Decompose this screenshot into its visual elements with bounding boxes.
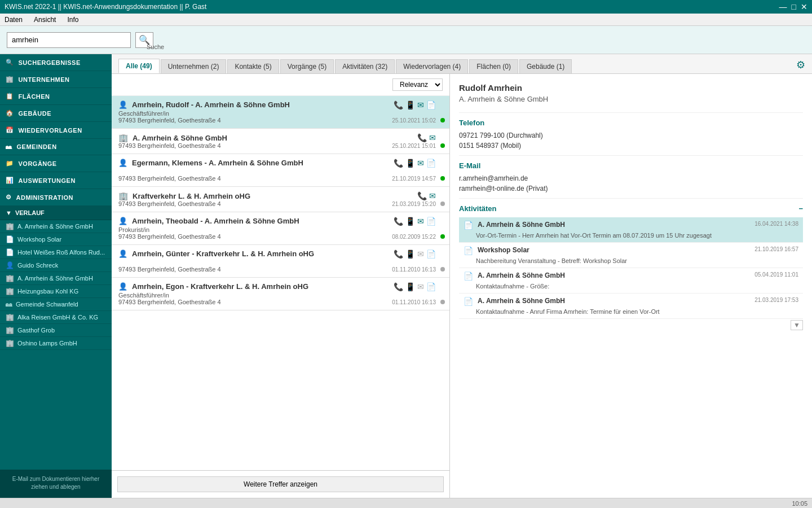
doc-icon-5[interactable]: 📄 bbox=[426, 217, 436, 226]
sidebar-item-gebaeude[interactable]: 🏠 GEBÄUDE bbox=[0, 105, 112, 122]
sidebar-item-auswertungen[interactable]: 📊 AUSWERTUNGEN bbox=[0, 172, 112, 189]
tab-wiedervorlagen[interactable]: Wiedervorlagen (4) bbox=[396, 59, 468, 73]
aktiv-item-4[interactable]: 📄 A. Amrhein & Söhne GmbH 21.03.2019 17:… bbox=[459, 294, 803, 319]
verlauf-item-1[interactable]: 📄 Workshop Solar bbox=[0, 233, 112, 246]
verlauf-item-9[interactable]: 🏢 Oshino Lamps GmbH bbox=[0, 337, 112, 350]
sidebar-label-gemeinden: GEMEINDEN bbox=[17, 143, 57, 150]
aktiv-scroll-down-icon[interactable]: ▼ bbox=[791, 320, 803, 330]
verlauf-item-7[interactable]: 🏢 Alka Reisen GmbH & Co. KG bbox=[0, 311, 112, 324]
status-time: 10:05 bbox=[792, 500, 807, 507]
verlauf-item-6[interactable]: 🏘 Gemeinde Schwanfeld bbox=[0, 298, 112, 311]
email-icon-5[interactable]: ✉ bbox=[417, 217, 424, 226]
email-icon-6[interactable]: ✉ bbox=[417, 249, 424, 259]
aktivitaeten-collapse-icon[interactable]: − bbox=[798, 204, 803, 213]
aktiv-company-4: A. Amrhein & Söhne GmbH bbox=[478, 297, 750, 305]
minimize-button[interactable]: — bbox=[779, 2, 787, 11]
verlauf-item-label-9: Oshino Lamps GmbH bbox=[17, 340, 77, 347]
result-item-1[interactable]: 👤 Amrhein, Rudolf - A. Amrhein & Söhne G… bbox=[112, 96, 449, 129]
email-icon-2[interactable]: ✉ bbox=[429, 133, 436, 142]
phone-icon-1[interactable]: 📞 bbox=[394, 100, 403, 110]
sidebar-item-wiedervorlagen[interactable]: 📅 WIEDERVORLAGEN bbox=[0, 122, 112, 139]
sidebar-label-auswertungen: AUSWERTUNGEN bbox=[19, 177, 76, 184]
result-name-2: A. Amrhein & Söhne GmbH bbox=[133, 134, 227, 142]
tab-all[interactable]: Alle (49) bbox=[118, 59, 160, 73]
sidebar-item-unternehmen[interactable]: 🏢 UNTERNEHMEN bbox=[0, 71, 112, 88]
verlauf-item-2[interactable]: 📄 Hotel Weißes Roß Alfons Rud... bbox=[0, 246, 112, 259]
search-label: Suche bbox=[147, 43, 164, 50]
tab-gebaeude[interactable]: Gebäude (1) bbox=[519, 59, 572, 73]
sort-select[interactable]: Relevanz bbox=[392, 78, 443, 91]
result-name-5: Amrhein, Theobald - A. Amrhein & Söhne G… bbox=[132, 217, 299, 225]
sidebar-item-flaechen[interactable]: 📋 FLÄCHEN bbox=[0, 88, 112, 105]
phone-icon-5[interactable]: 📞 bbox=[394, 217, 403, 226]
result-type-icon-7: 👤 bbox=[118, 282, 127, 291]
result-item-5[interactable]: 👤 Amrhein, Theobald - A. Amrhein & Söhne… bbox=[112, 212, 449, 245]
aktiv-item-1[interactable]: 📄 A. Amrhein & Söhne GmbH 16.04.2021 14:… bbox=[459, 217, 803, 243]
mobile-icon-5[interactable]: 📱 bbox=[405, 217, 415, 226]
result-name-6: Amrhein, Günter - Kraftverkehr L. & H. A… bbox=[132, 249, 314, 258]
settings-icon[interactable]: ⚙ bbox=[796, 59, 805, 71]
verlauf-header[interactable]: ▼ VERLAUF bbox=[0, 206, 112, 220]
result-item-2[interactable]: 🏢 A. Amrhein & Söhne GmbH 97493 Bergrhei… bbox=[112, 129, 449, 154]
result-item-4[interactable]: 🏢 Kraftverkehr L. & H. Amrhein oHG 97493… bbox=[112, 187, 449, 212]
phone-icon-6[interactable]: 📞 bbox=[394, 249, 403, 259]
doc-icon-1[interactable]: 📄 bbox=[426, 100, 436, 110]
result-item-6[interactable]: 👤 Amrhein, Günter - Kraftverkehr L. & H.… bbox=[112, 245, 449, 278]
detail-pane: Rudolf Amrhein A. Amrhein & Söhne GmbH T… bbox=[450, 74, 812, 498]
email-icon-7[interactable]: ✉ bbox=[417, 282, 424, 291]
tab-vorgaenge[interactable]: Vorgänge (5) bbox=[280, 59, 334, 73]
doc-icon-6[interactable]: 📄 bbox=[426, 249, 436, 259]
aktiv-item-3[interactable]: 📄 A. Amrhein & Söhne GmbH 05.04.2019 11:… bbox=[459, 268, 803, 294]
sidebar-item-administration[interactable]: ⚙ ADMINISTRATION bbox=[0, 189, 112, 206]
more-results-button[interactable]: Weitere Treffer anzeigen bbox=[117, 476, 444, 492]
maximize-button[interactable]: □ bbox=[792, 2, 796, 11]
sidebar-label-administration: ADMINISTRATION bbox=[16, 194, 74, 201]
tab-unternehmen[interactable]: Unternehmen (2) bbox=[161, 59, 227, 73]
email-icon-4[interactable]: ✉ bbox=[429, 191, 436, 200]
menu-info[interactable]: Info bbox=[65, 15, 81, 25]
result-date-7: 01.11.2010 16:13 bbox=[392, 299, 436, 305]
result-item-3[interactable]: 👤 Egermann, Klemens - A. Amrhein & Söhne… bbox=[112, 154, 449, 187]
tab-kontakte[interactable]: Kontakte (5) bbox=[227, 59, 279, 73]
close-button[interactable]: ✕ bbox=[801, 2, 807, 11]
window-controls: — □ ✕ bbox=[779, 2, 807, 11]
mobile-icon-3[interactable]: 📱 bbox=[405, 159, 415, 168]
tabs-bar: Alle (49) Unternehmen (2) Kontakte (5) V… bbox=[112, 54, 812, 74]
sidebar-item-gemeinden[interactable]: 🏘 GEMEINDEN bbox=[0, 139, 112, 155]
detail-name: Rudolf Amrhein bbox=[459, 83, 803, 93]
menu-daten[interactable]: Daten bbox=[2, 15, 25, 25]
sidebar-item-vorgaenge[interactable]: 📁 VORGÄNGE bbox=[0, 155, 112, 172]
tab-flaechen[interactable]: Flächen (0) bbox=[469, 59, 518, 73]
phone-icon-2[interactable]: 📞 bbox=[417, 133, 427, 142]
verlauf-item-0[interactable]: 🏢 A. Amrhein & Söhne GmbH bbox=[0, 220, 112, 233]
results-scroll[interactable]: 👤 Amrhein, Rudolf - A. Amrhein & Söhne G… bbox=[112, 96, 449, 470]
sidebar-item-suchergebnisse[interactable]: 🔍 SUCHERGEBNISSE bbox=[0, 54, 112, 71]
tab-aktivitaeten[interactable]: Aktivitäten (32) bbox=[335, 59, 395, 73]
doc-icon-7[interactable]: 📄 bbox=[426, 282, 436, 291]
doc-icon-3[interactable]: 📄 bbox=[426, 159, 436, 168]
aktiv-doc-icon-2: 📄 bbox=[464, 246, 473, 255]
mobile-icon-1[interactable]: 📱 bbox=[405, 100, 415, 110]
menu-ansicht[interactable]: Ansicht bbox=[32, 15, 58, 25]
aktiv-item-2[interactable]: 📄 Workshop Solar 21.10.2019 16:57 Nachbe… bbox=[459, 243, 803, 268]
mobile-icon-7[interactable]: 📱 bbox=[405, 282, 415, 291]
verlauf-item-8[interactable]: 🏢 Gasthof Grob bbox=[0, 324, 112, 337]
sidebar: 🔍 SUCHERGEBNISSE 🏢 UNTERNEHMEN 📋 FLÄCHEN… bbox=[0, 54, 112, 498]
title-bar: KWIS.net 2022-1 || KWIS.net-Anwendungsdo… bbox=[0, 0, 812, 14]
result-dot-7 bbox=[440, 300, 445, 304]
phone-icon-3[interactable]: 📞 bbox=[394, 159, 403, 168]
verlauf-item-4[interactable]: 🏢 A. Amrhein & Söhne GmbH bbox=[0, 272, 112, 285]
verlauf-arrow-icon: ▼ bbox=[6, 209, 12, 216]
verlauf-item-5[interactable]: 🏢 Heizungsbau Kohl KG bbox=[0, 285, 112, 298]
phone-icon-7[interactable]: 📞 bbox=[394, 282, 403, 291]
aktiv-text-2: Nachbereitung Veranstaltung - Betreff: W… bbox=[476, 257, 798, 264]
aktivitaeten-label: Aktivitäten bbox=[459, 204, 496, 213]
verlauf-item-3[interactable]: 👤 Guido Schreck bbox=[0, 259, 112, 272]
result-item-7[interactable]: 👤 Amrhein, Egon - Kraftverkehr L. & H. A… bbox=[112, 278, 449, 310]
search-input[interactable] bbox=[7, 32, 131, 48]
result-type-icon-5: 👤 bbox=[118, 217, 127, 225]
email-icon-3[interactable]: ✉ bbox=[417, 159, 424, 168]
email-icon-1[interactable]: ✉ bbox=[417, 100, 424, 110]
phone-icon-4[interactable]: 📞 bbox=[417, 191, 427, 200]
mobile-icon-6[interactable]: 📱 bbox=[405, 249, 415, 259]
